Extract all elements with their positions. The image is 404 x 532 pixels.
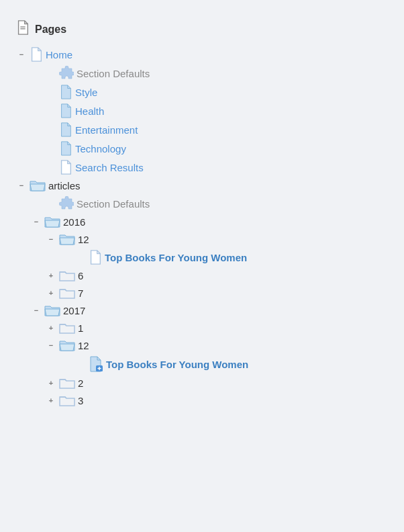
label-6: 6 <box>78 270 83 281</box>
tree-row-12-2016[interactable]: 12 <box>11 230 393 248</box>
toggle-empty-books2 <box>75 359 86 369</box>
label-2-2017: 2 <box>78 378 83 389</box>
folder-closed-icon-7 <box>59 286 75 300</box>
label-health: Health <box>75 105 104 117</box>
tree-row-12-2017[interactable]: 12 <box>11 337 393 354</box>
tree-row-2017[interactable]: 2017 <box>11 302 393 319</box>
toggle-empty-entertainment <box>46 124 56 135</box>
page-blue-icon-health <box>59 103 72 118</box>
folder-closed-icon-6 <box>59 269 75 282</box>
page-blue-icon-style <box>59 85 72 99</box>
page-white-icon-search <box>59 160 72 175</box>
label-technology: Technology <box>75 143 126 154</box>
label-12-2017: 12 <box>78 340 89 351</box>
tree-row-7[interactable]: 7 <box>11 284 393 302</box>
tree-row-top-books-1[interactable]: Top Books For Young Women <box>11 248 393 267</box>
tree-row-2016[interactable]: 2016 <box>11 213 393 230</box>
header-title: Pages <box>35 24 66 36</box>
toggle-home[interactable] <box>16 49 27 60</box>
toggle-articles[interactable] <box>16 180 27 191</box>
label-3-2017: 3 <box>78 395 83 406</box>
toggle-12-2017[interactable] <box>46 340 56 351</box>
label-entertainment: Entertainment <box>75 124 138 136</box>
toggle-6[interactable] <box>46 270 56 281</box>
tree-row-home[interactable]: Home <box>11 45 393 64</box>
tree-row-3-2017[interactable]: 3 <box>11 392 393 409</box>
toggle-empty-books1 <box>75 252 86 263</box>
puzzle-icon-1 <box>59 66 74 81</box>
puzzle-icon-2 <box>59 196 74 211</box>
page-tree: Pages Home Section Defaults Style Health… <box>11 11 393 414</box>
toggle-empty-search <box>46 162 56 173</box>
label-top-books-2: Top Books For Young Women <box>106 359 248 370</box>
tree-row-2-2017[interactable]: 2 <box>11 374 393 392</box>
toggle-12-2016[interactable] <box>46 234 56 245</box>
tree-row-search-results[interactable]: Search Results <box>11 158 393 177</box>
folder-closed-icon-2 <box>59 376 75 390</box>
label-2016: 2016 <box>63 216 85 228</box>
label-7: 7 <box>78 287 83 299</box>
tree-row-1-2017[interactable]: 1 <box>11 319 393 337</box>
toggle-empty-technology <box>46 143 56 154</box>
tree-row-6[interactable]: 6 <box>11 267 393 284</box>
folder-open-icon-2017 <box>44 304 60 317</box>
label-1-2017: 1 <box>78 322 83 334</box>
folder-closed-icon-3 <box>59 394 75 407</box>
tree-row-style[interactable]: Style <box>11 83 393 101</box>
label-section-defaults-2: Section Defaults <box>77 198 150 210</box>
folder-open-icon-12-2016 <box>59 232 75 246</box>
toggle-2016[interactable] <box>31 216 42 227</box>
folder-open-icon-2016 <box>44 215 60 228</box>
tree-row-technology[interactable]: Technology <box>11 139 393 158</box>
toggle-2017[interactable] <box>31 305 42 316</box>
toggle-empty-health <box>46 105 56 116</box>
tree-row-health[interactable]: Health <box>11 101 393 120</box>
pages-icon <box>16 20 30 38</box>
tree-row-entertainment[interactable]: Entertainment <box>11 120 393 139</box>
tree-row-top-books-2[interactable]: Top Books For Young Women <box>11 354 393 374</box>
folder-open-icon-articles <box>30 179 46 192</box>
toggle-3-2017[interactable] <box>46 395 56 406</box>
tree-row-section-defaults-1[interactable]: Section Defaults <box>11 64 393 83</box>
label-style: Style <box>75 87 97 98</box>
toggle-empty-style <box>46 87 56 97</box>
label-section-defaults-1: Section Defaults <box>77 68 150 79</box>
label-home: Home <box>46 49 72 60</box>
toggle-7[interactable] <box>46 287 56 298</box>
tree-header: Pages <box>11 16 393 42</box>
toggle-empty-sd2 <box>46 198 56 209</box>
label-12-2016: 12 <box>78 234 89 245</box>
page-blue-icon-entertainment <box>59 122 72 137</box>
label-2017: 2017 <box>63 305 85 316</box>
tree-row-articles[interactable]: articles <box>11 177 393 194</box>
page-blue-icon-technology <box>59 141 72 156</box>
toggle-2-2017[interactable] <box>46 378 56 388</box>
page-white-icon-books1 <box>89 250 102 265</box>
folder-closed-icon-1 <box>59 321 75 335</box>
folder-open-icon-12-2017 <box>59 339 75 352</box>
page-white-icon <box>30 47 43 62</box>
label-search-results: Search Results <box>75 162 144 173</box>
toggle-1-2017[interactable] <box>46 322 56 333</box>
tree-row-section-defaults-2[interactable]: Section Defaults <box>11 194 393 213</box>
label-top-books-1: Top Books For Young Women <box>105 252 247 263</box>
toggle-empty <box>46 68 56 79</box>
label-articles: articles <box>48 180 81 191</box>
page-plus-icon-books2 <box>89 356 103 372</box>
